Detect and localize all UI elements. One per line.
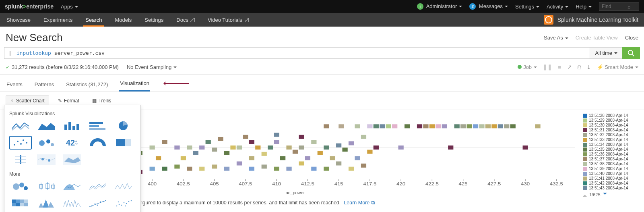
- viz-bar-icon[interactable]: [87, 119, 109, 133]
- svg-point-52: [97, 205, 98, 206]
- legend-item[interactable]: 13:51:32 2008-Apr-14: [583, 133, 641, 137]
- svg-rect-131: [361, 164, 366, 168]
- legend-item[interactable]: 13:51:41 2008-Apr-14: [583, 176, 641, 181]
- check-icon: ✓: [6, 64, 10, 70]
- viz-line-icon[interactable]: [9, 119, 32, 133]
- tab-visualization[interactable]: Visualization: [119, 78, 150, 91]
- legend-item[interactable]: 13:51:36 2008-Apr-14: [583, 152, 641, 157]
- viz-scatter-icon[interactable]: [9, 136, 32, 150]
- viz-more-heatmap-icon[interactable]: [9, 196, 32, 210]
- svg-rect-117: [318, 151, 323, 155]
- viz-more-forecast-icon[interactable]: [87, 179, 109, 193]
- viz-more-boxplot-icon[interactable]: [35, 179, 58, 193]
- svg-point-29: [13, 183, 19, 190]
- svg-rect-103: [268, 145, 273, 150]
- tab-events[interactable]: Events: [6, 79, 23, 91]
- legend-item[interactable]: 13:51:28 2008-Apr-14: [583, 113, 641, 118]
- legend-item[interactable]: 13:51:33 2008-Apr-14: [583, 137, 641, 142]
- legend-item[interactable]: 13:51:29 2008-Apr-14: [583, 118, 641, 123]
- activity-menu[interactable]: Activity: [547, 4, 568, 10]
- nav-settings[interactable]: Settings: [138, 13, 170, 27]
- svg-rect-98: [249, 156, 254, 160]
- svg-rect-112: [299, 145, 304, 150]
- viz-more-histogram-icon[interactable]: [35, 196, 58, 210]
- viz-more-outliers-icon[interactable]: [112, 179, 135, 193]
- nav-search[interactable]: Search: [79, 13, 108, 27]
- legend-pager[interactable]: 1/625: [583, 192, 641, 197]
- tab-patterns[interactable]: Patterns: [34, 79, 55, 91]
- viz-bubble-icon[interactable]: [35, 136, 58, 150]
- svg-rect-80: [174, 145, 180, 150]
- nav-experiments[interactable]: Experiments: [37, 13, 79, 27]
- viz-cluster-map-icon[interactable]: [35, 153, 58, 166]
- viz-column-icon[interactable]: [61, 119, 83, 133]
- save-as-menu[interactable]: Save As: [544, 35, 568, 41]
- close-button[interactable]: Close: [625, 35, 638, 41]
- pause-icon[interactable]: ❚❚: [543, 64, 552, 70]
- svg-rect-157: [523, 145, 528, 150]
- svg-rect-127: [349, 141, 354, 145]
- legend-item[interactable]: 13:51:30 2008-Apr-14: [583, 123, 641, 128]
- legend-item[interactable]: 13:51:35 2008-Apr-14: [583, 147, 641, 152]
- job-status-icon: [518, 65, 522, 69]
- svg-marker-2: [38, 123, 55, 130]
- viz-single-value-icon[interactable]: 42▴%: [61, 136, 83, 150]
- svg-marker-46: [39, 203, 43, 208]
- messages-menu[interactable]: 2 Messages: [469, 3, 508, 10]
- svg-rect-146: [448, 145, 453, 150]
- viz-area-icon[interactable]: [35, 119, 58, 133]
- svg-rect-148: [460, 124, 466, 128]
- viz-pie-icon[interactable]: [112, 119, 135, 133]
- apps-menu[interactable]: Apps: [61, 4, 78, 10]
- legend-item[interactable]: 13:51:42 2008-Apr-14: [583, 181, 641, 186]
- nav-docs[interactable]: Docs: [170, 13, 201, 27]
- nav-video-tutorials[interactable]: Video Tutorials: [201, 13, 255, 27]
- legend-item[interactable]: 13:51:38 2008-Apr-14: [583, 162, 641, 166]
- viz-radial-gauge-icon[interactable]: [87, 136, 109, 150]
- search-input[interactable]: | inputlookup server_power.csv: [4, 47, 590, 59]
- svg-rect-123: [336, 162, 341, 166]
- legend-item[interactable]: 13:51:40 2008-Apr-14: [583, 171, 641, 176]
- viz-more-distribution-icon[interactable]: [61, 179, 83, 193]
- learn-more-link[interactable]: Learn More ⧉: [344, 200, 374, 206]
- search-mode[interactable]: ⚡ Smart Mode: [597, 64, 638, 70]
- tab-statistics[interactable]: Statistics (31,272): [65, 79, 109, 91]
- stop-icon[interactable]: ■: [558, 64, 561, 70]
- legend-item[interactable]: 13:51:31 2008-Apr-14: [583, 128, 641, 133]
- find-input[interactable]: [599, 4, 627, 9]
- legend-item[interactable]: 13:51:39 2008-Apr-14: [583, 166, 641, 171]
- event-sampling[interactable]: No Event Sampling: [127, 64, 177, 70]
- svg-point-55: [116, 206, 118, 207]
- print-icon[interactable]: ⎙: [578, 64, 581, 70]
- job-menu[interactable]: Job: [518, 64, 537, 70]
- legend-item[interactable]: 13:51:37 2008-Apr-14: [583, 157, 641, 162]
- find-box[interactable]: ⌕: [599, 2, 639, 11]
- settings-menu[interactable]: Settings: [515, 4, 539, 10]
- svg-rect-106: [274, 133, 279, 137]
- viz-marker-gauge-icon[interactable]: [9, 153, 32, 166]
- page-header: New Search Save As Create Table View Clo…: [0, 27, 644, 47]
- time-range-picker[interactable]: All time: [590, 47, 622, 59]
- splunk-logo: splunk>enterprise: [5, 3, 54, 10]
- viz-more-clusters-icon[interactable]: [9, 179, 32, 193]
- run-search-button[interactable]: [622, 47, 640, 59]
- admin-menu[interactable]: i Administrator: [417, 3, 462, 10]
- legend-item[interactable]: 13:51:43 2008-Apr-14: [583, 186, 641, 191]
- viz-more-scatterline-icon[interactable]: [87, 196, 109, 210]
- export-icon[interactable]: ⤓: [586, 64, 591, 70]
- create-table-view: Create Table View: [576, 35, 618, 41]
- svg-point-56: [119, 204, 120, 205]
- viz-filler-gauge-icon[interactable]: [112, 136, 135, 150]
- svg-point-12: [17, 141, 19, 142]
- viz-more-scattermatrix-icon[interactable]: [112, 196, 135, 210]
- help-menu[interactable]: Help: [576, 4, 592, 10]
- legend-item[interactable]: 13:51:34 2008-Apr-14: [583, 142, 641, 147]
- nav-models[interactable]: Models: [108, 13, 138, 27]
- viz-more-downsampled-icon[interactable]: [61, 196, 83, 210]
- share-icon[interactable]: ↗: [567, 64, 572, 70]
- legend-next-icon[interactable]: [603, 193, 607, 197]
- legend-prev-icon[interactable]: [583, 193, 587, 197]
- lightning-icon: ⚡: [597, 64, 603, 70]
- nav-showcase[interactable]: Showcase: [0, 13, 37, 27]
- viz-choropleth-map-icon[interactable]: [61, 153, 83, 166]
